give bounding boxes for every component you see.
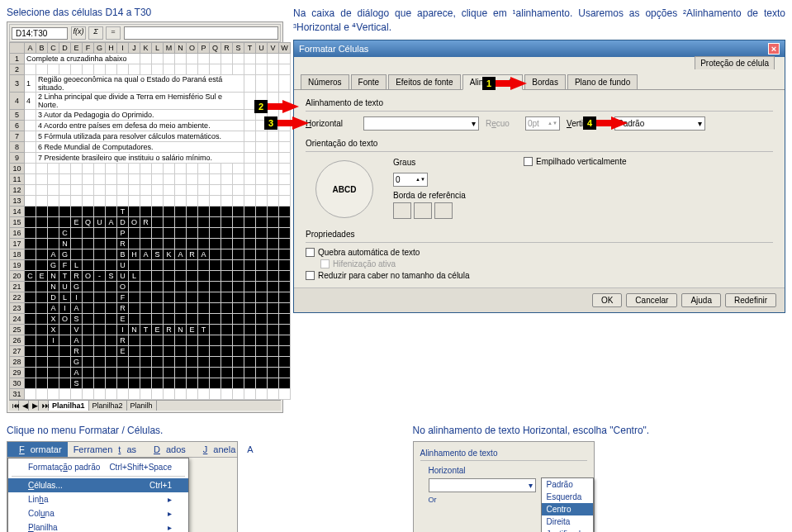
- formula-bar[interactable]: [124, 26, 278, 40]
- ref-edge-icon-3[interactable]: [434, 202, 453, 219]
- section-orientation: Orientação do texto: [306, 139, 773, 148]
- spreadsheet-grid[interactable]: ABCDEFGHIJKLMNOPQRSTUVW1Complete a cruza…: [9, 42, 291, 400]
- menu-janela[interactable]: Janela: [192, 442, 241, 457]
- checkbox-shrink[interactable]: [306, 271, 315, 280]
- tab-scroll-prev-icon[interactable]: ◀: [19, 401, 29, 411]
- label-horizontal: Horizontal: [306, 119, 357, 128]
- instruction-horiz-center: No alinhamento de texto Horizontal, esco…: [413, 425, 786, 436]
- align-option[interactable]: Centro: [542, 503, 594, 515]
- label-graus: Graus: [393, 158, 444, 167]
- sheet-tab-1[interactable]: Planilha1: [49, 401, 89, 411]
- label-hyphen: Hifenização ativa: [333, 259, 396, 268]
- panel-label-or: Or: [429, 496, 536, 504]
- rotation-dial[interactable]: ABCD: [315, 160, 373, 218]
- checkbox-stacked[interactable]: [524, 157, 533, 166]
- callout-3: 3: [264, 116, 309, 130]
- instruction-format-menu: Clique no menu Formatar / Células.: [7, 425, 380, 436]
- close-icon[interactable]: ×: [768, 43, 780, 55]
- dialog-title: Formatar Células: [299, 44, 368, 54]
- callout-4: 4: [583, 116, 628, 130]
- checkbox-wrap[interactable]: [306, 248, 315, 257]
- tab-scroll-last-icon[interactable]: ⏭: [39, 401, 49, 411]
- label-shrink: Reduzir para caber no tamanho da célula: [318, 271, 469, 280]
- tab-borders[interactable]: Bordas: [524, 74, 566, 89]
- format-menu-window: Formatar Ferramentas Dados Janela A Form…: [7, 441, 238, 532]
- label-recuo: Recuo: [486, 119, 519, 128]
- tab-scroll-first-icon[interactable]: ⏮: [9, 401, 19, 411]
- select-vertical[interactable]: Padrão▾: [614, 116, 705, 131]
- equals-icon[interactable]: =: [106, 26, 121, 40]
- menu-formatar[interactable]: Formatar: [7, 442, 68, 457]
- select-horizontal[interactable]: ▾: [363, 116, 479, 131]
- instruction-select: Selecione das células D14 a T30: [7, 7, 283, 18]
- callout-2: 2: [254, 100, 299, 113]
- menu-item[interactable]: Linha: [8, 492, 188, 506]
- tab-font[interactable]: Fonte: [351, 74, 387, 89]
- fx-icon[interactable]: f(x): [71, 26, 86, 40]
- menu-item[interactable]: Coluna: [8, 506, 188, 520]
- format-dropdown: Formatação padrãoCtrl+Shift+SpaceCélulas…: [7, 458, 189, 532]
- cancel-button[interactable]: Cancelar: [626, 293, 677, 307]
- spinner-recuo: 0pt▲▼: [525, 116, 560, 131]
- menu-item[interactable]: Formatação padrãoCtrl+Shift+Space: [8, 460, 188, 474]
- align-option[interactable]: Direita: [542, 515, 594, 528]
- menu-a[interactable]: A: [241, 442, 258, 457]
- spinner-graus[interactable]: 0▲▼: [393, 173, 428, 187]
- name-box[interactable]: D14:T30: [12, 27, 68, 40]
- tab-scroll-next-icon[interactable]: ▶: [29, 401, 39, 411]
- label-wrap: Quebra automática de texto: [318, 248, 420, 257]
- alignment-panel: Alinhamento de texto Horizontal ▾ Or Pad…: [413, 441, 595, 532]
- ok-button[interactable]: OK: [592, 293, 622, 307]
- checkbox-hyphen: [320, 259, 330, 268]
- sigma-icon[interactable]: Σ: [88, 26, 103, 40]
- sheet-tabs[interactable]: ⏮ ◀ ▶ ⏭ Planilha1 Planilha2 Planilh: [9, 400, 281, 411]
- menu-dados[interactable]: Dados: [142, 442, 192, 457]
- sheet-tab-3[interactable]: Planilh: [127, 401, 157, 411]
- dialog-tab-row: Números Fonte Efeitos de fonte Alinhamen…: [294, 74, 785, 90]
- tab-font-effects[interactable]: Efeitos de fonte: [388, 74, 461, 89]
- horizontal-options-list[interactable]: PadrãoEsquerdaCentroDireitaJustificadoPr…: [541, 477, 595, 532]
- panel-section-align: Alinhamento de texto: [420, 449, 587, 458]
- help-button[interactable]: Ajuda: [681, 293, 721, 307]
- align-option[interactable]: Esquerda: [542, 491, 594, 503]
- instruction-dialog: Na caixa de diálogo que aparece, clique …: [293, 7, 785, 35]
- menubar: Formatar Ferramentas Dados Janela A: [7, 442, 237, 458]
- format-cells-dialog: Formatar Células × Proteção de célula Nú…: [293, 40, 785, 313]
- section-align-text: Alinhamento de texto: [306, 98, 773, 107]
- label-borda-ref: Borda de referência: [393, 191, 773, 200]
- menu-item[interactable]: Planilha: [8, 520, 188, 532]
- ref-edge-icon-2[interactable]: [414, 202, 432, 219]
- callout-1: 1: [482, 77, 527, 90]
- spreadsheet-window: D14:T30 f(x) Σ = ABCDEFGHIJKLMNOPQRSTUVW…: [7, 21, 283, 413]
- tab-protection[interactable]: Proteção de célula: [695, 56, 775, 69]
- reset-button[interactable]: Redefinir: [725, 293, 776, 307]
- menu-item[interactable]: Células...Ctrl+1: [8, 478, 188, 492]
- align-option[interactable]: Padrão: [542, 478, 594, 491]
- panel-label-horizontal: Horizontal: [429, 466, 587, 475]
- ref-edge-icon-1[interactable]: [393, 202, 411, 219]
- section-properties: Propriedades: [306, 230, 773, 239]
- label-stacked: Empilhado verticalmente: [536, 157, 627, 166]
- sheet-tab-2[interactable]: Planilha2: [89, 401, 127, 411]
- tab-background[interactable]: Plano de fundo: [567, 74, 638, 89]
- menu-ferramentas[interactable]: Ferramentas: [68, 442, 142, 457]
- tab-numbers[interactable]: Números: [301, 74, 349, 89]
- panel-select-horizontal[interactable]: ▾: [429, 478, 536, 492]
- align-option[interactable]: Justificado: [542, 528, 594, 532]
